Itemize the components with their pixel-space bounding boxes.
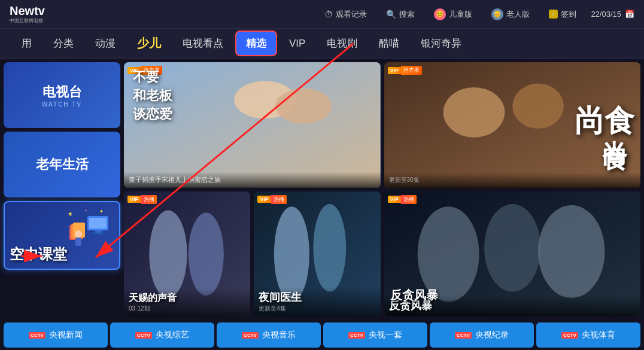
elderly-life-card[interactable]: 老年生活 — [4, 132, 120, 197]
svg-point-19 — [149, 210, 187, 298]
elderly-btn[interactable]: 👴 老人版 — [487, 6, 534, 23]
nav-item-vip[interactable]: VIP — [280, 33, 315, 54]
date-display: 22/03/15 📅 — [591, 10, 634, 19]
search-btn[interactable]: 🔍 搜索 — [381, 7, 420, 22]
children-icon: 😊 — [434, 8, 446, 20]
hot-badge-anticorr: 热播 — [401, 195, 417, 204]
medical-card-title: 夜间医生 — [259, 290, 375, 305]
search-icon: 🔍 — [386, 10, 396, 19]
big-card-overlay: 黄子韬携手宋祖儿上演蜜恋之旅 — [124, 172, 381, 188]
nav-item-yinhe[interactable]: 银河奇异 — [411, 32, 471, 55]
svg-rect-4 — [89, 218, 107, 229]
channel-variety-btn[interactable]: CCTV 央视综艺 — [110, 322, 214, 348]
checkin-icon: ✓ — [549, 10, 558, 19]
svg-text:✦: ✦ — [99, 209, 104, 214]
svg-point-26 — [484, 203, 540, 291]
logo-main: New — [10, 5, 34, 17]
medical-card-update: 更新至4集 — [259, 305, 375, 313]
ancient-card-overlay: 更新至30集 — [384, 172, 641, 188]
nav-item-dongman[interactable]: 动漫 — [86, 32, 125, 55]
svg-point-27 — [538, 205, 604, 298]
app-logo: New tv 中国互联网电视 — [10, 4, 45, 24]
tv-station-title-en: WATCH TV — [42, 101, 82, 108]
svg-text:✦: ✦ — [84, 209, 87, 212]
medical-card-overlay: 夜间医生 更新至4集 — [254, 287, 380, 316]
nav-item-diankandian[interactable]: 电视看点 — [173, 32, 233, 55]
cctv-logo-news: CCTV — [29, 332, 45, 339]
kongzhong-card[interactable]: ★ ✦ ✦ 空中课堂 — [4, 201, 120, 270]
content-grid: VIP 抢先看 不要和老板谈恋爱 黄子韬携手宋祖儿上演蜜恋之旅 — [124, 62, 640, 316]
nav-item-dianju[interactable]: 电视剧 — [317, 32, 367, 55]
elderly-life-title: 老年生活 — [36, 156, 89, 174]
search-label: 搜索 — [399, 9, 415, 20]
nav-item-fenlei[interactable]: 分类 — [44, 32, 83, 55]
medical-card[interactable]: VIP 热播 夜间医生 更新至4集 — [254, 191, 380, 317]
clock-icon: ⏱ — [324, 10, 333, 19]
children-label: 儿童版 — [449, 9, 472, 20]
svg-rect-8 — [75, 238, 81, 246]
watch-history-btn[interactable]: ⏱ 观看记录 — [320, 7, 372, 22]
calendar-icon: 📅 — [625, 10, 634, 19]
checkin-label: 签到 — [561, 9, 576, 20]
anticorr-card[interactable]: VIP 热播 反贪风暴 反贪风暴 — [384, 191, 641, 317]
nav-item-shaoer[interactable]: 少儿 — [127, 31, 171, 56]
channel-sports-label: 央视体育 — [582, 330, 615, 340]
channel-news-label: 央视新闻 — [49, 330, 83, 340]
show-card[interactable]: VIP 热播 天赐的声音 03-12期 — [124, 191, 250, 317]
cctv-logo-sports: CCTV — [561, 332, 578, 339]
elderly-label: 老人版 — [506, 9, 530, 20]
content-wrapper: VIP 抢先看 不要和老板谈恋爱 黄子韬携手宋祖儿上演蜜恋之旅 — [124, 62, 640, 316]
hot-badge-medical: 热播 — [271, 195, 287, 204]
nav-bar: 用 分类 动漫 少儿 电视看点 精选 VIP 电视剧 酷喵 银河奇异 — [0, 29, 644, 59]
cctv-logo-one: CCTV — [348, 332, 365, 339]
svg-point-7 — [75, 230, 82, 238]
svg-text:★: ★ — [68, 211, 73, 217]
channel-one-label: 央视一套 — [369, 330, 402, 340]
channel-variety-label: 央视综艺 — [156, 330, 189, 340]
top-actions: ⏱ 观看记录 🔍 搜索 😊 儿童版 👴 老人版 ✓ 签到 22/03/15 📅 — [320, 6, 634, 23]
kongzhong-title: 空中课堂 — [10, 245, 67, 264]
show-card-overlay: 天赐的声音 03-12期 — [124, 288, 250, 316]
checkin-btn[interactable]: ✓ 签到 — [544, 7, 581, 22]
children-btn[interactable]: 😊 儿童版 — [429, 6, 477, 23]
watch-history-label: 观看记录 — [336, 9, 367, 20]
svg-point-16 — [443, 87, 505, 138]
ancient-title-display: 尚食 — [575, 101, 634, 141]
logo-suffix: tv — [34, 4, 45, 18]
nav-item-jingxuan[interactable]: 精选 — [235, 31, 277, 56]
channel-music-btn[interactable]: CCTV 央视音乐 — [217, 322, 321, 348]
big-drama-card[interactable]: VIP 抢先看 不要和老板谈恋爱 黄子韬携手宋祖儿上演蜜恋之旅 — [124, 62, 381, 188]
vip-badge-medical: VIP 热播 — [257, 195, 287, 204]
big-card-title: 不要和老板谈恋爱 — [133, 68, 172, 123]
show-card-title: 天赐的声音 — [129, 292, 245, 305]
top-bar: New tv 中国互联网电视 ⏱ 观看记录 🔍 搜索 😊 儿童版 👴 老人版 ✓… — [0, 0, 644, 29]
left-sidebar: 电视台 WATCH TV 老年生活 ★ — [4, 62, 120, 316]
big-card-desc: 黄子韬携手宋祖儿上演蜜恋之旅 — [129, 175, 376, 184]
cctv-logo-variety: CCTV — [135, 332, 152, 339]
channel-news-btn[interactable]: CCTV 央视新闻 — [4, 322, 108, 348]
nav-item-yong[interactable]: 用 — [12, 32, 41, 55]
tv-station-card[interactable]: 电视台 WATCH TV — [4, 62, 120, 128]
vip-badge-anticorr: VIP 热播 — [388, 195, 417, 204]
ancient-card-update: 更新至30集 — [389, 176, 636, 184]
channel-one-btn[interactable]: CCTV 央视一套 — [323, 322, 427, 348]
cctv-logo-doc: CCTV — [455, 332, 472, 339]
svg-point-17 — [512, 84, 564, 129]
date-text: 22/03/15 — [591, 10, 621, 19]
anticorr-title-display: 反贪风暴 — [390, 287, 438, 303]
vip-badge-show: VIP 热播 — [127, 195, 157, 204]
elderly-icon: 👴 — [491, 8, 503, 20]
bottom-bar: CCTV 央视新闻 CCTV 央视综艺 CCTV 央视音乐 CCTV 央视一套 … — [0, 320, 644, 350]
svg-point-20 — [189, 212, 224, 295]
channel-documentary-label: 央视纪录 — [475, 330, 509, 340]
svg-rect-6 — [92, 233, 106, 235]
channel-documentary-btn[interactable]: CCTV 央视纪录 — [430, 322, 534, 348]
svg-point-23 — [314, 203, 347, 291]
ancient-drama-card[interactable]: VIP 抢先看 尚食 更新至30集 尚食 — [384, 62, 641, 188]
svg-rect-5 — [95, 230, 102, 233]
svg-point-14 — [275, 89, 332, 124]
channel-music-label: 央视音乐 — [262, 330, 296, 340]
nav-item-ku[interactable]: 酷喵 — [369, 32, 409, 55]
channel-sports-btn[interactable]: CCTV 央视体育 — [536, 322, 640, 348]
kongzhong-illustration: ★ ✦ ✦ — [66, 207, 114, 249]
